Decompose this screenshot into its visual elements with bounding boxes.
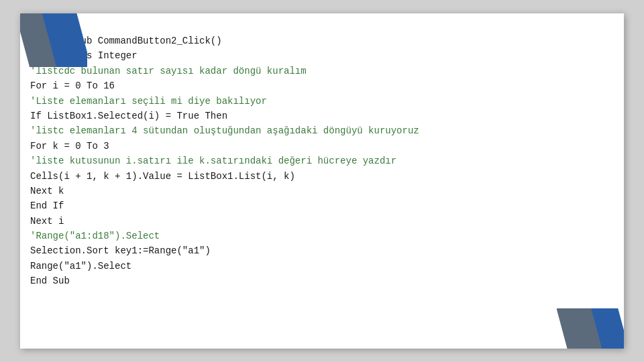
code-line-19: End Sub <box>30 274 617 288</box>
code-line-5: 'Liste elemanları seçili mi diye bakılıy… <box>30 94 617 109</box>
code-line-13: Next i <box>30 214 617 229</box>
code-line-12: End If <box>30 198 617 213</box>
code-line-6: If ListBox1.Selected(i) = True Then <box>30 109 617 123</box>
code-line-7: 'listc elemanları 4 sütundan oluştuğunda… <box>30 123 617 138</box>
code-line-9: 'liste kutusunun i.satırı ile k.satırınd… <box>30 154 617 168</box>
code-line-16: Selection.Sort key1:=Range("a1") <box>30 243 617 258</box>
slide-container: Private Sub CommandButton2_Click()Dim i,… <box>20 13 624 349</box>
code-area: Private Sub CommandButton2_Click()Dim i,… <box>30 34 617 335</box>
corner-accent-top-left <box>20 13 87 67</box>
code-line-15: 'Range("a1:d18").Select <box>30 229 617 243</box>
code-line-17: Range("a1").Select <box>30 259 617 274</box>
corner-accent-bottom-right <box>557 308 624 349</box>
code-line-1: Private Sub CommandButton2_Click() <box>30 34 617 48</box>
code-line-8: For k = 0 To 3 <box>30 139 617 154</box>
code-line-4: For i = 0 To 16 <box>30 78 617 93</box>
code-line-3: 'listcdc bulunan satır sayısı kadar döng… <box>30 64 617 78</box>
code-line-2: Dim i, k As Integer <box>30 48 617 63</box>
code-line-10: Cells(i + 1, k + 1).Value = ListBox1.Lis… <box>30 169 617 184</box>
code-line-11: Next k <box>30 184 617 198</box>
